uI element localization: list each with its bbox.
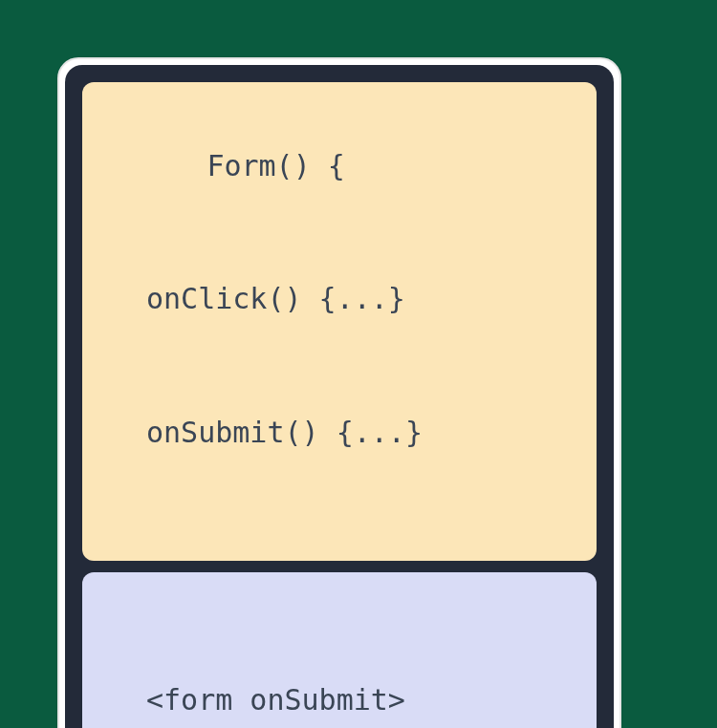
code-line: onClick() {...} bbox=[103, 277, 576, 322]
code-line: Form() { bbox=[206, 149, 345, 182]
diagram-card: Form() { onClick() {...} onSubmit() {...… bbox=[57, 57, 621, 728]
code-line: <form onSubmit> bbox=[103, 678, 576, 723]
code-line: onSubmit() {...} bbox=[103, 411, 576, 456]
diagram-inner: Form() { onClick() {...} onSubmit() {...… bbox=[65, 65, 614, 728]
code-block-top: Form() { onClick() {...} onSubmit() {...… bbox=[82, 82, 597, 561]
code-block-middle: <form onSubmit> <input onClick /> <input… bbox=[82, 572, 597, 728]
